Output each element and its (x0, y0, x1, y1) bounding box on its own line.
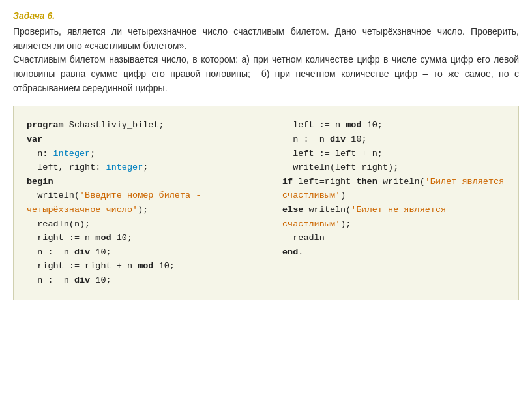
task-title: Задача 6. (13, 10, 519, 21)
code-line: var (27, 132, 250, 147)
code-line: end. (282, 245, 505, 260)
code-line: n := n div 10; (27, 273, 250, 288)
code-line: n := n div 10; (282, 132, 505, 147)
code-line: left, right: integer; (27, 161, 250, 175)
code-line: left := left + n; (282, 147, 505, 161)
code-line: n: integer; (27, 147, 250, 161)
code-line: begin (27, 175, 250, 189)
code-line: четырёхзначное число'); (27, 203, 250, 217)
code-line: program Schastliviy_bilet; (27, 118, 250, 132)
code-line: readln(n); (27, 217, 250, 232)
task-description: Проверить, является ли четырехзначное чи… (13, 25, 519, 95)
code-line: left := n mod 10; (282, 118, 505, 132)
code-line: else writeln('Билет не является счастлив… (282, 203, 505, 231)
code-right: left := n mod 10; n := n div 10; left :=… (263, 118, 505, 287)
code-line: right := n mod 10; (27, 231, 250, 245)
code-container: program Schastliviy_bilet; var n: intege… (13, 106, 519, 300)
code-line: readln (282, 231, 505, 245)
code-line: right := right + n mod 10; (27, 259, 250, 273)
code-line: n := n div 10; (27, 245, 250, 260)
code-line: writeln('Введите номер билета - (27, 189, 250, 203)
code-line: if left=right then writeln('Билет являет… (282, 175, 505, 203)
code-line: writeln(left=right); (282, 161, 505, 175)
code-left: program Schastliviy_bilet; var n: intege… (27, 118, 263, 287)
